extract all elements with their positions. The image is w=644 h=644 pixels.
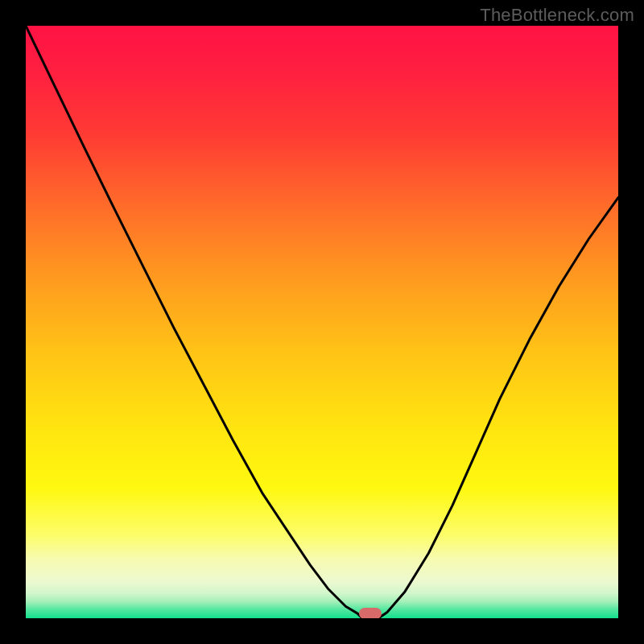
gradient-background [26,26,618,618]
chart-container: TheBottleneck.com [0,0,644,644]
plot-area [26,26,618,618]
optimal-marker [359,608,382,618]
svg-rect-0 [26,26,618,618]
attribution-label: TheBottleneck.com [480,5,634,26]
